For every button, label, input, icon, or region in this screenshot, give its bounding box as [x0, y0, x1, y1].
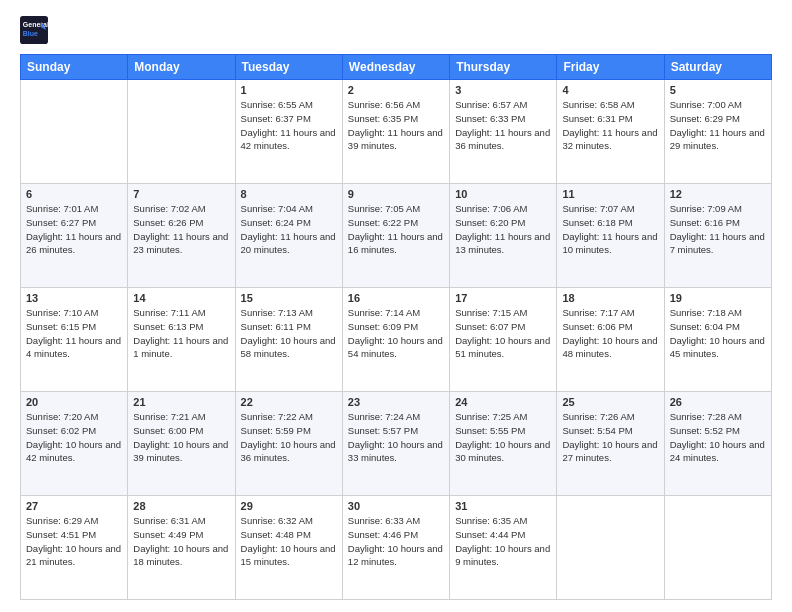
calendar-week-1: 1Sunrise: 6:55 AM Sunset: 6:37 PM Daylig…: [21, 80, 772, 184]
calendar-cell: 6Sunrise: 7:01 AM Sunset: 6:27 PM Daylig…: [21, 184, 128, 288]
calendar-cell: 11Sunrise: 7:07 AM Sunset: 6:18 PM Dayli…: [557, 184, 664, 288]
day-number: 29: [241, 500, 337, 512]
calendar-cell: 20Sunrise: 7:20 AM Sunset: 6:02 PM Dayli…: [21, 392, 128, 496]
calendar-cell: 28Sunrise: 6:31 AM Sunset: 4:49 PM Dayli…: [128, 496, 235, 600]
day-number: 9: [348, 188, 444, 200]
day-number: 1: [241, 84, 337, 96]
calendar-cell: 7Sunrise: 7:02 AM Sunset: 6:26 PM Daylig…: [128, 184, 235, 288]
day-number: 3: [455, 84, 551, 96]
day-number: 27: [26, 500, 122, 512]
day-info: Sunrise: 7:05 AM Sunset: 6:22 PM Dayligh…: [348, 202, 444, 257]
calendar-cell: 1Sunrise: 6:55 AM Sunset: 6:37 PM Daylig…: [235, 80, 342, 184]
day-info: Sunrise: 7:15 AM Sunset: 6:07 PM Dayligh…: [455, 306, 551, 361]
calendar-cell: 22Sunrise: 7:22 AM Sunset: 5:59 PM Dayli…: [235, 392, 342, 496]
calendar-cell: 2Sunrise: 6:56 AM Sunset: 6:35 PM Daylig…: [342, 80, 449, 184]
day-info: Sunrise: 6:35 AM Sunset: 4:44 PM Dayligh…: [455, 514, 551, 569]
day-number: 26: [670, 396, 766, 408]
weekday-header-monday: Monday: [128, 55, 235, 80]
day-info: Sunrise: 7:04 AM Sunset: 6:24 PM Dayligh…: [241, 202, 337, 257]
calendar-cell: 27Sunrise: 6:29 AM Sunset: 4:51 PM Dayli…: [21, 496, 128, 600]
day-info: Sunrise: 6:57 AM Sunset: 6:33 PM Dayligh…: [455, 98, 551, 153]
day-number: 7: [133, 188, 229, 200]
day-info: Sunrise: 6:32 AM Sunset: 4:48 PM Dayligh…: [241, 514, 337, 569]
day-info: Sunrise: 7:14 AM Sunset: 6:09 PM Dayligh…: [348, 306, 444, 361]
day-info: Sunrise: 7:06 AM Sunset: 6:20 PM Dayligh…: [455, 202, 551, 257]
svg-text:Blue: Blue: [23, 30, 38, 37]
calendar-cell: 18Sunrise: 7:17 AM Sunset: 6:06 PM Dayli…: [557, 288, 664, 392]
calendar-header-row: SundayMondayTuesdayWednesdayThursdayFrid…: [21, 55, 772, 80]
calendar-cell: 4Sunrise: 6:58 AM Sunset: 6:31 PM Daylig…: [557, 80, 664, 184]
header: General Blue: [20, 16, 772, 44]
day-info: Sunrise: 6:56 AM Sunset: 6:35 PM Dayligh…: [348, 98, 444, 153]
calendar-week-3: 13Sunrise: 7:10 AM Sunset: 6:15 PM Dayli…: [21, 288, 772, 392]
day-number: 18: [562, 292, 658, 304]
day-number: 14: [133, 292, 229, 304]
day-number: 12: [670, 188, 766, 200]
day-info: Sunrise: 6:33 AM Sunset: 4:46 PM Dayligh…: [348, 514, 444, 569]
day-info: Sunrise: 7:00 AM Sunset: 6:29 PM Dayligh…: [670, 98, 766, 153]
day-info: Sunrise: 7:21 AM Sunset: 6:00 PM Dayligh…: [133, 410, 229, 465]
calendar-cell: [128, 80, 235, 184]
calendar-table: SundayMondayTuesdayWednesdayThursdayFrid…: [20, 54, 772, 600]
weekday-header-sunday: Sunday: [21, 55, 128, 80]
calendar-cell: 8Sunrise: 7:04 AM Sunset: 6:24 PM Daylig…: [235, 184, 342, 288]
day-info: Sunrise: 7:26 AM Sunset: 5:54 PM Dayligh…: [562, 410, 658, 465]
day-info: Sunrise: 7:01 AM Sunset: 6:27 PM Dayligh…: [26, 202, 122, 257]
calendar-week-2: 6Sunrise: 7:01 AM Sunset: 6:27 PM Daylig…: [21, 184, 772, 288]
day-info: Sunrise: 7:11 AM Sunset: 6:13 PM Dayligh…: [133, 306, 229, 361]
calendar-cell: 21Sunrise: 7:21 AM Sunset: 6:00 PM Dayli…: [128, 392, 235, 496]
day-info: Sunrise: 7:10 AM Sunset: 6:15 PM Dayligh…: [26, 306, 122, 361]
day-info: Sunrise: 7:24 AM Sunset: 5:57 PM Dayligh…: [348, 410, 444, 465]
logo-icon: General Blue: [20, 16, 48, 44]
day-number: 5: [670, 84, 766, 96]
calendar-cell: 9Sunrise: 7:05 AM Sunset: 6:22 PM Daylig…: [342, 184, 449, 288]
day-number: 11: [562, 188, 658, 200]
calendar-cell: 30Sunrise: 6:33 AM Sunset: 4:46 PM Dayli…: [342, 496, 449, 600]
day-number: 4: [562, 84, 658, 96]
day-info: Sunrise: 7:02 AM Sunset: 6:26 PM Dayligh…: [133, 202, 229, 257]
calendar-cell: 16Sunrise: 7:14 AM Sunset: 6:09 PM Dayli…: [342, 288, 449, 392]
calendar-week-4: 20Sunrise: 7:20 AM Sunset: 6:02 PM Dayli…: [21, 392, 772, 496]
calendar-cell: [664, 496, 771, 600]
day-info: Sunrise: 7:09 AM Sunset: 6:16 PM Dayligh…: [670, 202, 766, 257]
day-info: Sunrise: 6:29 AM Sunset: 4:51 PM Dayligh…: [26, 514, 122, 569]
day-number: 23: [348, 396, 444, 408]
day-info: Sunrise: 7:20 AM Sunset: 6:02 PM Dayligh…: [26, 410, 122, 465]
page: General Blue SundayMondayTuesdayWednesda…: [0, 0, 792, 612]
day-number: 10: [455, 188, 551, 200]
weekday-header-tuesday: Tuesday: [235, 55, 342, 80]
calendar-cell: 25Sunrise: 7:26 AM Sunset: 5:54 PM Dayli…: [557, 392, 664, 496]
day-number: 15: [241, 292, 337, 304]
day-info: Sunrise: 7:22 AM Sunset: 5:59 PM Dayligh…: [241, 410, 337, 465]
calendar-cell: [21, 80, 128, 184]
day-info: Sunrise: 7:13 AM Sunset: 6:11 PM Dayligh…: [241, 306, 337, 361]
day-number: 16: [348, 292, 444, 304]
calendar-cell: 17Sunrise: 7:15 AM Sunset: 6:07 PM Dayli…: [450, 288, 557, 392]
day-info: Sunrise: 6:55 AM Sunset: 6:37 PM Dayligh…: [241, 98, 337, 153]
calendar-cell: 14Sunrise: 7:11 AM Sunset: 6:13 PM Dayli…: [128, 288, 235, 392]
day-number: 31: [455, 500, 551, 512]
weekday-header-saturday: Saturday: [664, 55, 771, 80]
day-info: Sunrise: 6:58 AM Sunset: 6:31 PM Dayligh…: [562, 98, 658, 153]
weekday-header-friday: Friday: [557, 55, 664, 80]
calendar-cell: 15Sunrise: 7:13 AM Sunset: 6:11 PM Dayli…: [235, 288, 342, 392]
day-number: 17: [455, 292, 551, 304]
day-info: Sunrise: 7:28 AM Sunset: 5:52 PM Dayligh…: [670, 410, 766, 465]
calendar-cell: 23Sunrise: 7:24 AM Sunset: 5:57 PM Dayli…: [342, 392, 449, 496]
weekday-header-thursday: Thursday: [450, 55, 557, 80]
calendar-cell: 5Sunrise: 7:00 AM Sunset: 6:29 PM Daylig…: [664, 80, 771, 184]
calendar-cell: [557, 496, 664, 600]
day-number: 2: [348, 84, 444, 96]
day-number: 8: [241, 188, 337, 200]
calendar-cell: 19Sunrise: 7:18 AM Sunset: 6:04 PM Dayli…: [664, 288, 771, 392]
day-info: Sunrise: 7:18 AM Sunset: 6:04 PM Dayligh…: [670, 306, 766, 361]
calendar-cell: 13Sunrise: 7:10 AM Sunset: 6:15 PM Dayli…: [21, 288, 128, 392]
calendar-cell: 24Sunrise: 7:25 AM Sunset: 5:55 PM Dayli…: [450, 392, 557, 496]
day-info: Sunrise: 7:07 AM Sunset: 6:18 PM Dayligh…: [562, 202, 658, 257]
calendar-cell: 12Sunrise: 7:09 AM Sunset: 6:16 PM Dayli…: [664, 184, 771, 288]
calendar-cell: 10Sunrise: 7:06 AM Sunset: 6:20 PM Dayli…: [450, 184, 557, 288]
day-number: 30: [348, 500, 444, 512]
weekday-header-wednesday: Wednesday: [342, 55, 449, 80]
day-number: 22: [241, 396, 337, 408]
calendar-cell: 3Sunrise: 6:57 AM Sunset: 6:33 PM Daylig…: [450, 80, 557, 184]
